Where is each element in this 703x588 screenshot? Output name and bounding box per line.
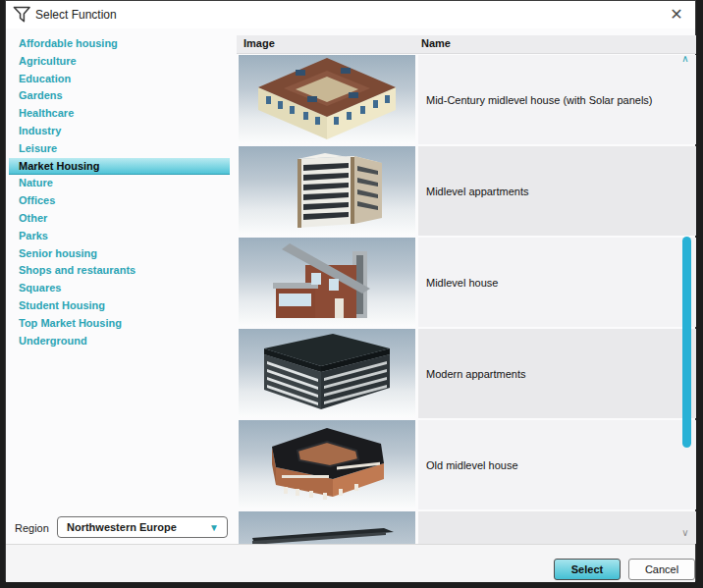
courtyard-square-building-icon bbox=[239, 55, 415, 143]
chevron-down-icon: ▼ bbox=[209, 522, 219, 533]
sidebar-item-label: Industry bbox=[19, 125, 61, 136]
building-name: Midlevel appartments bbox=[418, 186, 529, 197]
title-bar: Select Function ✕ bbox=[6, 1, 695, 28]
sidebar-item-other[interactable]: Other bbox=[9, 210, 230, 228]
sidebar-item-label: Gardens bbox=[19, 89, 63, 101]
building-thumbnail bbox=[239, 329, 415, 417]
building-name: Old midlevel house bbox=[418, 459, 518, 471]
sidebar-item-education[interactable]: Education bbox=[9, 71, 230, 88]
sidebar-item-label: Market Housing bbox=[19, 160, 100, 172]
hexagon-courtyard-building-icon bbox=[239, 420, 415, 508]
modern-apartment-block-icon bbox=[239, 329, 415, 417]
select-function-dialog: Select Function ✕ Affordable housing Agr… bbox=[5, 0, 696, 581]
close-icon[interactable]: ✕ bbox=[667, 5, 686, 25]
dialog-footer: Select Cancel bbox=[6, 544, 695, 582]
sidebar-item-parks[interactable]: Parks bbox=[9, 228, 230, 245]
sidebar-item-gardens[interactable]: Gardens bbox=[9, 87, 230, 105]
sidebar-item-label: Healthcare bbox=[19, 107, 74, 119]
table-header: Image Name bbox=[237, 35, 696, 54]
category-sidebar: Affordable housing Agriculture Education… bbox=[9, 35, 230, 349]
sidebar-item-student-housing[interactable]: Student Housing bbox=[9, 297, 230, 315]
building-thumbnail bbox=[239, 511, 415, 544]
table-row[interactable]: Midlevel house bbox=[237, 238, 696, 327]
sidebar-item-label: Shops and restaurants bbox=[19, 264, 135, 276]
building-name: Midlevel house bbox=[418, 277, 498, 289]
building-thumbnail bbox=[239, 55, 415, 143]
table-row[interactable]: Mid-Century midlevel house (with Solar p… bbox=[237, 55, 696, 144]
partial-building-icon bbox=[239, 511, 415, 544]
sidebar-item-offices[interactable]: Offices bbox=[9, 192, 230, 210]
sidebar-item-label: Top Market Housing bbox=[19, 317, 122, 329]
building-name: Mid-Century midlevel house (with Solar p… bbox=[418, 94, 652, 106]
sidebar-item-label: Nature bbox=[19, 177, 53, 188]
region-label: Region bbox=[15, 522, 49, 534]
column-header-image: Image bbox=[243, 37, 275, 49]
table-row[interactable]: Modern appartments bbox=[237, 329, 696, 418]
sidebar-item-nature[interactable]: Nature bbox=[9, 175, 230, 192]
sidebar-item-label: Other bbox=[19, 212, 47, 224]
sidebar-item-market-housing[interactable]: Market Housing bbox=[9, 158, 230, 176]
sidebar-item-senior-housing[interactable]: Senior housing bbox=[9, 245, 230, 263]
window-title: Select Function bbox=[35, 8, 117, 22]
sidebar-item-affordable-housing[interactable]: Affordable housing bbox=[9, 35, 230, 53]
building-name: Modern appartments bbox=[418, 368, 526, 380]
sidebar-item-label: Student Housing bbox=[19, 299, 105, 311]
cancel-button[interactable]: Cancel bbox=[628, 559, 695, 580]
scroll-up-icon[interactable]: ∧ bbox=[677, 53, 693, 65]
sidebar-item-label: Parks bbox=[19, 230, 48, 241]
sidebar-item-agriculture[interactable]: Agriculture bbox=[9, 53, 230, 71]
select-button[interactable]: Select bbox=[554, 559, 621, 580]
sidebar-item-label: Senior housing bbox=[19, 247, 97, 259]
sidebar-item-industry[interactable]: Industry bbox=[9, 123, 230, 140]
sidebar-item-healthcare[interactable]: Healthcare bbox=[9, 105, 230, 123]
table-row[interactable] bbox=[237, 511, 696, 544]
scroll-down-icon[interactable]: ∨ bbox=[677, 527, 693, 539]
building-thumbnail bbox=[239, 238, 415, 326]
sidebar-item-label: Leisure bbox=[19, 142, 57, 154]
sidebar-item-label: Underground bbox=[19, 335, 87, 347]
sidebar-item-label: Squares bbox=[19, 282, 61, 294]
apartment-tower-icon bbox=[239, 146, 415, 235]
column-header-name: Name bbox=[421, 37, 451, 49]
building-thumbnail bbox=[239, 146, 415, 235]
sidebar-item-label: Education bbox=[19, 73, 71, 84]
sidebar-item-label: Agriculture bbox=[19, 55, 77, 67]
sidebar-item-squares[interactable]: Squares bbox=[9, 280, 230, 297]
sidebar-item-shops-and-restaurants[interactable]: Shops and restaurants bbox=[9, 262, 230, 280]
table-row[interactable]: Midlevel appartments bbox=[237, 146, 696, 236]
building-thumbnail bbox=[239, 420, 415, 508]
sidebar-item-label: Offices bbox=[19, 194, 55, 206]
funnel-filter-icon bbox=[13, 6, 31, 24]
sidebar-item-label: Affordable housing bbox=[19, 37, 118, 49]
sidebar-item-leisure[interactable]: Leisure bbox=[9, 140, 230, 158]
region-dropdown[interactable]: Northwestern Europe ▼ bbox=[57, 516, 228, 538]
sidebar-item-top-market-housing[interactable]: Top Market Housing bbox=[9, 315, 230, 333]
brick-house-icon bbox=[239, 238, 415, 326]
region-selected-value: Northwestern Europe bbox=[67, 521, 177, 533]
sidebar-item-underground[interactable]: Underground bbox=[9, 333, 230, 350]
scrollbar-thumb[interactable] bbox=[682, 237, 691, 448]
table-row[interactable]: Old midlevel house bbox=[237, 420, 696, 509]
function-list: Mid-Century midlevel house (with Solar p… bbox=[237, 55, 696, 544]
